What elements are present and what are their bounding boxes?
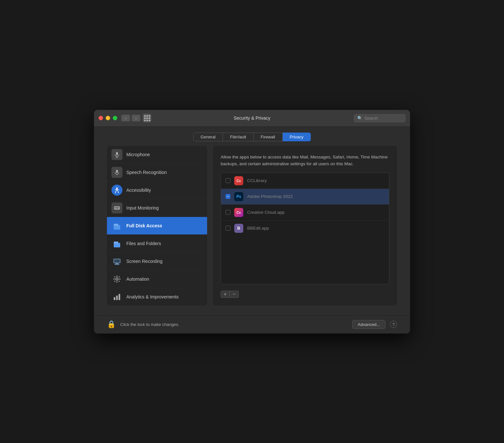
grid-button[interactable] bbox=[142, 113, 152, 123]
svg-rect-11 bbox=[115, 207, 115, 208]
sidebar-item-input-monitoring[interactable]: Input Monitoring bbox=[107, 199, 207, 217]
photoshop-icon: Ps bbox=[234, 192, 243, 201]
sidebar: Microphone Speech Recognition bbox=[107, 146, 207, 306]
sidebar-item-screen-recording[interactable]: Screen Recording bbox=[107, 253, 207, 270]
cclibrary-icon: Cc bbox=[234, 176, 243, 185]
photoshop-checkbox[interactable]: ✓ bbox=[226, 194, 230, 199]
tab-privacy[interactable]: Privacy bbox=[283, 133, 311, 141]
close-button[interactable] bbox=[99, 116, 103, 120]
sidebar-item-speech[interactable]: Speech Recognition bbox=[107, 164, 207, 181]
add-app-button[interactable]: + bbox=[221, 291, 230, 298]
grid-icon bbox=[144, 115, 150, 121]
main-panel: Allow the apps below to access data like… bbox=[213, 146, 397, 306]
svg-line-9 bbox=[118, 191, 119, 193]
search-icon: 🔍 bbox=[357, 116, 362, 121]
tab-general[interactable]: General bbox=[193, 133, 223, 141]
microphone-icon bbox=[111, 149, 122, 160]
search-input[interactable] bbox=[364, 116, 402, 121]
list-actions: + − bbox=[221, 291, 389, 298]
window-title: Security & Privacy bbox=[234, 115, 270, 121]
table-row: Cc CCLibrary bbox=[221, 173, 389, 189]
svg-rect-3 bbox=[116, 170, 118, 173]
svg-rect-14 bbox=[118, 207, 118, 208]
apps-list: Cc CCLibrary ✓ Ps Adobe Photoshop 2022 C… bbox=[221, 173, 389, 284]
sidebar-label-files-folders: Files and Folders bbox=[126, 241, 161, 246]
speech-recognition-icon bbox=[111, 167, 122, 178]
svg-rect-20 bbox=[114, 225, 120, 230]
sidebar-item-accessibility[interactable]: Accessibility bbox=[107, 181, 207, 199]
svg-rect-35 bbox=[119, 276, 120, 277]
svg-rect-21 bbox=[114, 224, 118, 226]
forward-button[interactable]: › bbox=[131, 114, 141, 122]
analytics-icon bbox=[111, 291, 122, 302]
description-text: Allow the apps below to access data like… bbox=[221, 154, 389, 167]
svg-rect-22 bbox=[114, 243, 120, 247]
nav-buttons: ‹ › bbox=[121, 114, 141, 122]
files-folders-icon bbox=[111, 238, 122, 249]
lock-icon: 🔒 bbox=[107, 320, 116, 329]
svg-point-5 bbox=[116, 187, 118, 189]
checkmark-icon: ✓ bbox=[227, 195, 229, 198]
svg-rect-39 bbox=[116, 296, 118, 300]
svg-rect-0 bbox=[116, 152, 118, 155]
help-button[interactable]: ? bbox=[390, 321, 397, 328]
titlebar: ‹ › Security & Privacy 🔍 bbox=[94, 110, 410, 127]
sidebar-label-input-monitoring: Input Monitoring bbox=[126, 205, 159, 211]
remove-app-button[interactable]: − bbox=[230, 291, 239, 298]
automation-icon bbox=[111, 274, 122, 285]
svg-rect-17 bbox=[116, 208, 116, 209]
svg-rect-12 bbox=[116, 207, 116, 208]
sidebar-item-full-disk-access[interactable]: Full Disk Access bbox=[107, 217, 207, 235]
content-area: Microphone Speech Recognition bbox=[94, 146, 410, 315]
cclibrary-checkbox[interactable] bbox=[226, 178, 230, 183]
search-box[interactable]: 🔍 bbox=[354, 114, 405, 122]
maximize-button[interactable] bbox=[113, 116, 117, 120]
svg-rect-25 bbox=[115, 263, 119, 264]
svg-rect-33 bbox=[119, 278, 121, 279]
svg-rect-23 bbox=[114, 242, 118, 243]
svg-rect-18 bbox=[117, 208, 118, 209]
creative-cloud-checkbox[interactable] bbox=[226, 210, 230, 215]
svg-line-8 bbox=[115, 191, 116, 193]
full-disk-access-icon bbox=[111, 220, 122, 231]
sidebar-label-analytics: Analytics & Improvements bbox=[126, 294, 179, 299]
sidebar-label-accessibility: Accessibility bbox=[126, 188, 151, 193]
input-monitoring-icon bbox=[111, 202, 122, 213]
svg-rect-37 bbox=[119, 280, 120, 282]
bbedit-checkbox[interactable] bbox=[226, 226, 230, 231]
sidebar-label-full-disk: Full Disk Access bbox=[126, 223, 162, 228]
back-button[interactable]: ‹ bbox=[121, 114, 130, 122]
svg-rect-32 bbox=[113, 278, 115, 279]
minimize-button[interactable] bbox=[106, 116, 110, 120]
tab-firewall[interactable]: Firewall bbox=[254, 133, 283, 141]
sidebar-item-microphone[interactable]: Microphone bbox=[107, 146, 207, 164]
svg-rect-30 bbox=[117, 276, 118, 277]
creative-cloud-name: Creative Cloud.app bbox=[247, 210, 285, 215]
svg-rect-26 bbox=[114, 264, 120, 265]
sidebar-item-automation[interactable]: Automation bbox=[107, 270, 207, 288]
svg-rect-40 bbox=[119, 294, 120, 300]
traffic-lights bbox=[99, 116, 117, 120]
table-row: Cc Creative Cloud.app bbox=[221, 205, 389, 221]
sidebar-label-microphone: Microphone bbox=[126, 152, 150, 157]
svg-point-29 bbox=[117, 278, 118, 279]
cclibrary-name: CCLibrary bbox=[247, 178, 267, 183]
bbedit-name: BBEdit.app bbox=[247, 226, 269, 231]
sidebar-item-analytics[interactable]: Analytics & Improvements bbox=[107, 288, 207, 306]
tabs-area: General FileVault Firewall Privacy bbox=[94, 127, 410, 146]
svg-rect-38 bbox=[114, 297, 115, 300]
bbedit-icon: B bbox=[234, 224, 243, 233]
advanced-button[interactable]: Advanced... bbox=[352, 320, 385, 329]
svg-rect-31 bbox=[117, 281, 118, 283]
main-window: ‹ › Security & Privacy 🔍 General FileVau… bbox=[94, 110, 410, 334]
svg-rect-19 bbox=[119, 208, 119, 209]
accessibility-icon bbox=[111, 185, 122, 196]
sidebar-item-files-folders[interactable]: Files and Folders bbox=[107, 235, 207, 253]
table-row: B BBEdit.app bbox=[221, 221, 389, 236]
svg-rect-13 bbox=[117, 207, 117, 208]
svg-rect-27 bbox=[114, 259, 120, 263]
tab-filevault[interactable]: FileVault bbox=[223, 133, 254, 141]
svg-rect-36 bbox=[114, 280, 115, 282]
screen-recording-icon bbox=[111, 256, 122, 267]
bottom-bar: 🔒 Click the lock to make changes. Advanc… bbox=[94, 315, 410, 333]
